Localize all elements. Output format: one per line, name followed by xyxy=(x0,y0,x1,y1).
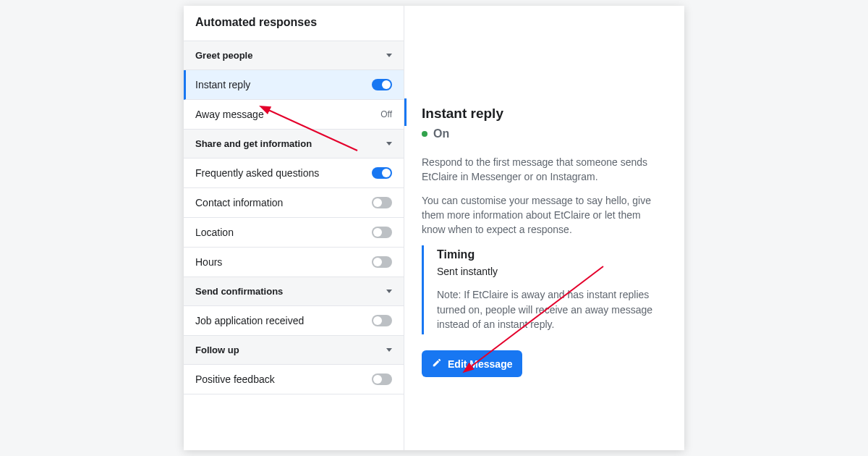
section-label: Follow up xyxy=(195,345,239,355)
row-label: Location xyxy=(195,227,234,238)
toggle-instant-reply[interactable] xyxy=(372,79,392,90)
sidebar-item-positive-feedback[interactable]: Positive feedback xyxy=(184,365,404,394)
status-dot-icon xyxy=(422,131,427,137)
description-1: Respond to the first message that someon… xyxy=(422,155,667,185)
sidebar-item-faq[interactable]: Frequently asked questions xyxy=(184,159,404,188)
chevron-down-icon xyxy=(386,348,392,352)
timing-title: Timing xyxy=(437,248,667,261)
detail-title: Instant reply xyxy=(422,106,667,122)
edit-message-button[interactable]: Edit Message xyxy=(422,350,522,377)
sidebar-item-hours[interactable]: Hours xyxy=(184,248,404,277)
row-label: Positive feedback xyxy=(195,373,275,385)
toggle-contact-info[interactable] xyxy=(372,197,392,208)
sidebar-item-instant-reply[interactable]: Instant reply xyxy=(184,70,404,100)
section-label: Share and get information xyxy=(195,138,312,149)
section-greet-people[interactable]: Greet people xyxy=(184,41,404,70)
toggle-faq[interactable] xyxy=(372,167,392,179)
chevron-down-icon xyxy=(386,290,392,293)
row-label: Away message xyxy=(195,109,264,120)
sidebar-item-job-app[interactable]: Job application received xyxy=(184,306,404,336)
timing-card: Timing Sent instantly Note: If EtClaire … xyxy=(422,245,667,334)
row-label: Job application received xyxy=(195,315,304,326)
left-sidebar: Automated responses Greet people Instant… xyxy=(184,6,404,450)
row-label: Hours xyxy=(195,256,222,268)
edit-button-label: Edit Message xyxy=(448,358,512,370)
sidebar-item-contact-info[interactable]: Contact information xyxy=(184,188,404,218)
timing-note: Note: If EtClaire is away and has instan… xyxy=(437,287,667,332)
status-row: On xyxy=(422,127,667,140)
sidebar-title: Automated responses xyxy=(184,6,404,41)
row-label: Contact information xyxy=(195,197,283,208)
row-label: Instant reply xyxy=(195,79,250,90)
settings-panel: Automated responses Greet people Instant… xyxy=(184,6,684,450)
status-text-off: Off xyxy=(380,109,392,119)
row-label: Frequently asked questions xyxy=(195,167,319,179)
chevron-down-icon xyxy=(386,142,392,145)
toggle-hours[interactable] xyxy=(372,256,392,268)
timing-subtext: Sent instantly xyxy=(437,266,667,277)
sidebar-item-location[interactable]: Location xyxy=(184,218,404,248)
toggle-positive-feedback[interactable] xyxy=(372,373,392,385)
toggle-location[interactable] xyxy=(372,227,392,238)
pencil-icon xyxy=(432,358,442,370)
section-send-confirmations[interactable]: Send confirmations xyxy=(184,277,404,306)
detail-pane: Instant reply On Respond to the first me… xyxy=(404,6,684,450)
status-label: On xyxy=(433,127,449,140)
chevron-down-icon xyxy=(386,54,392,57)
sidebar-item-away-message[interactable]: Away message Off xyxy=(184,100,404,130)
toggle-job-app[interactable] xyxy=(372,315,392,326)
accent-bar xyxy=(404,98,407,126)
description-2: You can customise your message to say he… xyxy=(422,193,667,237)
section-label: Send confirmations xyxy=(195,286,283,297)
section-share-info[interactable]: Share and get information xyxy=(184,130,404,159)
section-label: Greet people xyxy=(195,50,252,61)
section-follow-up[interactable]: Follow up xyxy=(184,336,404,365)
